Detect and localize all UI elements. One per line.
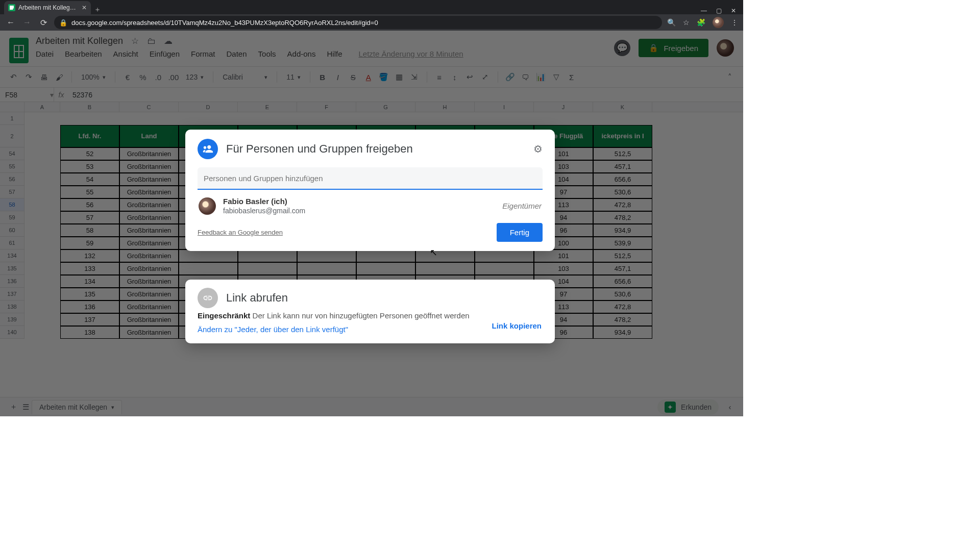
feedback-link[interactable]: Feedback an Google senden (198, 229, 283, 236)
profile-avatar-icon[interactable] (713, 17, 724, 28)
share-people-icon (198, 139, 218, 159)
link-restriction-text: Eingeschränkt Der Link kann nur von hinz… (198, 310, 483, 322)
get-link-dialog: Link abrufen Eingeschränkt Der Link kann… (185, 280, 555, 343)
copy-link-button[interactable]: Link kopieren (492, 321, 542, 330)
new-tab-button[interactable]: ＋ (91, 5, 104, 14)
url-text: docs.google.com/spreadsheets/d/10TVamqMz… (71, 19, 378, 27)
menu-icon[interactable]: ⋮ (731, 18, 738, 27)
address-bar[interactable]: 🔒 docs.google.com/spreadsheets/d/10TVamq… (54, 16, 662, 29)
link-dialog-title: Link abrufen (226, 291, 288, 305)
browser-tab[interactable]: Arbeiten mit Kollegen - Google ✕ (4, 1, 91, 14)
add-people-input[interactable] (198, 167, 543, 190)
owner-email: fabiobaslerus@gmail.com (223, 207, 305, 215)
window-close-icon[interactable]: ✕ (731, 7, 736, 14)
close-tab-icon[interactable]: ✕ (82, 4, 87, 11)
forward-icon[interactable]: → (21, 18, 33, 27)
tab-title: Arbeiten mit Kollegen - Google (18, 4, 79, 11)
change-link-access[interactable]: Ändern zu "Jeder, der über den Link verf… (198, 325, 348, 334)
owner-name: Fabio Basler (ich) (223, 197, 305, 206)
back-icon[interactable]: ← (5, 18, 16, 27)
owner-role: Eigentümer (502, 202, 542, 210)
owner-avatar-icon (199, 197, 216, 215)
done-button[interactable]: Fertig (497, 223, 543, 242)
browser-chrome: Arbeiten mit Kollegen - Google ✕ ＋ ― ▢ ✕… (0, 0, 743, 31)
lock-icon: 🔒 (59, 19, 67, 27)
share-dialog: Für Personen und Gruppen freigeben ⚙ Fab… (185, 130, 555, 251)
owner-row: Fabio Basler (ich) fabiobaslerus@gmail.c… (198, 190, 543, 218)
zoom-icon[interactable]: 🔍 (667, 18, 676, 27)
share-settings-icon[interactable]: ⚙ (533, 143, 543, 155)
extensions-icon[interactable]: 🧩 (697, 18, 705, 27)
window-minimize-icon[interactable]: ― (701, 7, 707, 14)
reload-icon[interactable]: ⟳ (38, 18, 49, 28)
window-maximize-icon[interactable]: ▢ (716, 7, 722, 14)
link-icon (198, 288, 218, 308)
share-dialog-title: Für Personen und Gruppen freigeben (226, 142, 413, 156)
star-icon[interactable]: ☆ (683, 18, 690, 27)
sheets-favicon-icon (8, 4, 15, 11)
